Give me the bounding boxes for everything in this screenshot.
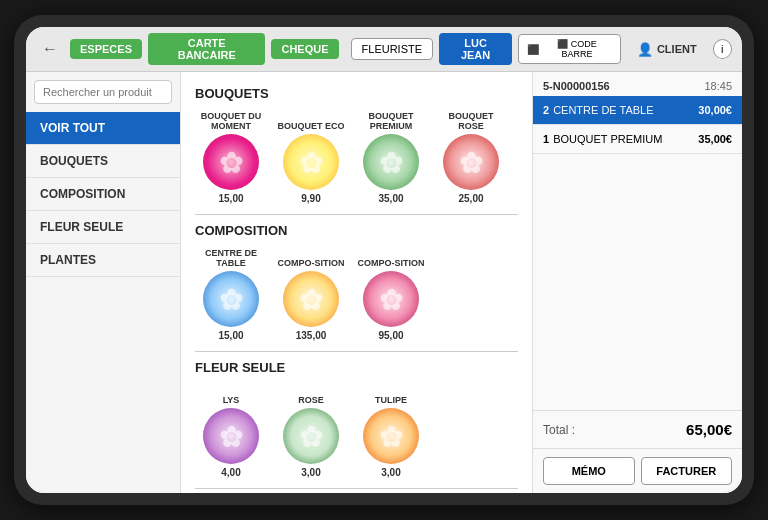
item-name: CENTRE DE TABLE (553, 104, 698, 116)
product-price: 9,90 (301, 193, 320, 204)
product-image (363, 408, 419, 464)
barcode-icon: ⬛ (527, 44, 539, 55)
divider-composition (195, 214, 518, 215)
product-centre-de-table[interactable]: CENTRE DE TABLE 15,00 (195, 246, 267, 341)
product-price: 15,00 (218, 330, 243, 341)
product-price: 15,00 (218, 193, 243, 204)
info-button[interactable]: i (713, 39, 732, 59)
product-lys[interactable]: LYS 4,00 (195, 383, 267, 478)
divider-plantes (195, 488, 518, 489)
order-ref: 5-N00000156 (543, 80, 610, 92)
product-rose[interactable]: ROSE 3,00 (275, 383, 347, 478)
products-area: BOUQUETS BOUQUET DU MOMENT 15,00 BOUQUET… (181, 72, 532, 493)
sidebar-item-voir-tout[interactable]: VOIR TOUT (26, 112, 180, 145)
memo-button[interactable]: MÉMO (543, 457, 635, 485)
sidebar-item-fleur-seule[interactable]: FLEUR SEULE (26, 211, 180, 244)
client-button[interactable]: 👤 CLIENT (627, 38, 707, 61)
product-composition-1[interactable]: COMPO-SITION 135,00 (275, 246, 347, 341)
sidebar-item-plantes[interactable]: PLANTES (26, 244, 180, 277)
product-price: 95,00 (378, 330, 403, 341)
item-name: BOUQUET PREMIUM (553, 133, 698, 145)
main-content: VOIR TOUT BOUQUETS COMPOSITION FLEUR SEU… (26, 72, 742, 493)
order-item-centre-de-table[interactable]: 2 CENTRE DE TABLE 30,00€ (533, 96, 742, 125)
bouquets-grid: BOUQUET DU MOMENT 15,00 BOUQUET ECO 9,90… (195, 109, 518, 204)
product-image (203, 271, 259, 327)
product-tulipe[interactable]: TULIPE 3,00 (355, 383, 427, 478)
product-price: 4,00 (221, 467, 240, 478)
order-items-list: 2 CENTRE DE TABLE 30,00€ 1 BOUQUET PREMI… (533, 96, 742, 410)
item-qty: 2 (543, 104, 549, 116)
search-input[interactable] (34, 80, 172, 104)
product-image (283, 134, 339, 190)
item-price: 30,00€ (698, 104, 732, 116)
section-title-composition: COMPOSITION (195, 223, 518, 238)
total-amount: 65,00€ (686, 421, 732, 438)
product-image (363, 271, 419, 327)
order-total: Total : 65,00€ (533, 410, 742, 448)
fleuriste-button[interactable]: FLEURISTE (351, 38, 434, 60)
order-actions: MÉMO FACTURER (533, 448, 742, 493)
especes-button[interactable]: ESPECES (70, 39, 142, 59)
order-header: 5-N00000156 18:45 (533, 72, 742, 96)
item-qty: 1 (543, 133, 549, 145)
sidebar-item-bouquets[interactable]: BOUQUETS (26, 145, 180, 178)
product-bouquet-du-moment[interactable]: BOUQUET DU MOMENT 15,00 (195, 109, 267, 204)
item-price: 35,00€ (698, 133, 732, 145)
sidebar-item-composition[interactable]: COMPOSITION (26, 178, 180, 211)
client-label: CLIENT (657, 43, 697, 55)
product-composition-2[interactable]: COMPO-SITION 95,00 (355, 246, 427, 341)
section-title-bouquets: BOUQUETS (195, 86, 518, 101)
divider-fleur-seule (195, 351, 518, 352)
product-image (283, 271, 339, 327)
product-price: 25,00 (458, 193, 483, 204)
composition-grid: CENTRE DE TABLE 15,00 COMPO-SITION 135,0… (195, 246, 518, 341)
fleur-seule-grid: LYS 4,00 ROSE 3,00 TULIPE 3,00 (195, 383, 518, 478)
product-price: 35,00 (378, 193, 403, 204)
client-icon: 👤 (637, 42, 653, 57)
product-image (363, 134, 419, 190)
order-item-bouquet-premium[interactable]: 1 BOUQUET PREMIUM 35,00€ (533, 125, 742, 154)
sidebar: VOIR TOUT BOUQUETS COMPOSITION FLEUR SEU… (26, 72, 181, 493)
product-image (203, 408, 259, 464)
top-right-controls: FLEURISTE LUC JEAN ⬛ ⬛ CODE BARRE 👤 CLIE… (351, 33, 732, 65)
product-price: 3,00 (301, 467, 320, 478)
cheque-button[interactable]: CHEQUE (271, 39, 338, 59)
carte-bancaire-button[interactable]: CARTE BANCAIRE (148, 33, 266, 65)
product-bouquet-rose[interactable]: BOUQUET ROSE 25,00 (435, 109, 507, 204)
product-bouquet-premium[interactable]: BOUQUET PREMIUM 35,00 (355, 109, 427, 204)
section-title-fleur-seule: FLEUR SEULE (195, 360, 518, 375)
product-price: 135,00 (296, 330, 327, 341)
facturer-button[interactable]: FACTURER (641, 457, 733, 485)
total-label: Total : (543, 423, 575, 437)
user-button[interactable]: LUC JEAN (439, 33, 512, 65)
product-price: 3,00 (381, 467, 400, 478)
barcode-label: ⬛ CODE BARRE (542, 39, 612, 59)
product-bouquet-eco[interactable]: BOUQUET ECO 9,90 (275, 109, 347, 204)
search-box (26, 72, 180, 112)
product-image (443, 134, 499, 190)
barcode-button[interactable]: ⬛ ⬛ CODE BARRE (518, 34, 621, 64)
product-image (283, 408, 339, 464)
back-button[interactable]: ← (36, 38, 64, 60)
topbar: ← ESPECES CARTE BANCAIRE CHEQUE FLEURIST… (26, 27, 742, 72)
sidebar-nav: VOIR TOUT BOUQUETS COMPOSITION FLEUR SEU… (26, 112, 180, 277)
right-panel: 5-N00000156 18:45 2 CENTRE DE TABLE 30,0… (532, 72, 742, 493)
order-time: 18:45 (704, 80, 732, 92)
product-image (203, 134, 259, 190)
